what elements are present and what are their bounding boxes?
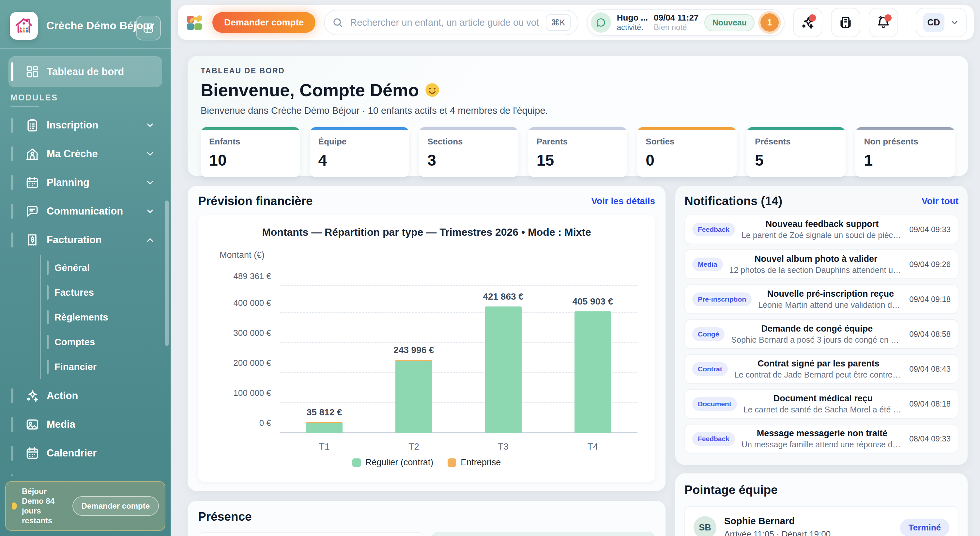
stat-card-enfants[interactable]: Enfants10 (200, 127, 300, 177)
notification-title: Nouveau feedback support (766, 219, 879, 230)
page-subtitle: Bienvenue dans Crèche Démo Béjour · 10 e… (200, 105, 955, 116)
sidebar-item-rapport[interactable]: Rapport (8, 468, 162, 476)
request-account-button[interactable]: Demander compte (212, 12, 315, 33)
establishment-button[interactable] (831, 8, 860, 37)
sidebar-item-inscription[interactable]: Inscription (8, 112, 162, 139)
stat-value: 10 (209, 151, 292, 169)
puzzle-icon[interactable] (185, 13, 204, 32)
y-tick-label: 300 000 € (233, 328, 271, 338)
notification-title: Contrat signé par les parents (757, 358, 880, 369)
sidebar-item-planning[interactable]: Planning (8, 169, 162, 196)
sidebar-scrollbar-thumb[interactable] (165, 200, 169, 346)
notification-description: Le contrat de Jade Bernard peut être con… (734, 369, 903, 380)
x-tick-label: T4 (587, 441, 598, 452)
sidebar-subitem-général[interactable]: Général (41, 255, 162, 280)
chat-bubble-icon (591, 13, 611, 33)
sidebar-item-media[interactable]: Media (8, 411, 162, 438)
activity-widget[interactable]: Hugo ... activité. 09/04 11:27 Bien noté… (587, 9, 784, 36)
sidebar-collapse-button[interactable] (136, 16, 161, 40)
financial-forecast-panel: Prévision financière Voir les détails Mo… (188, 186, 665, 491)
subitem-accent-bar (47, 260, 49, 275)
notification-card[interactable]: CongéDemande de congé équipeSophie Berna… (684, 319, 958, 349)
stat-value: 4 (318, 151, 401, 169)
search-input[interactable] (350, 17, 539, 28)
notification-description: Un message famille attend une réponse de… (741, 439, 903, 450)
legend-swatch (448, 458, 456, 467)
notification-badge: Contrat (692, 362, 728, 376)
activity-datetime-sub: Bien noté (654, 23, 698, 32)
notification-title: Nouvelle pré-inscription reçue (767, 288, 894, 300)
notification-time: 09/04 09:26 (909, 260, 951, 269)
sidebar-subitem-financier[interactable]: Financier (41, 354, 162, 379)
sidebar-item-tableau-de-bord[interactable]: Tableau de bord (8, 56, 162, 87)
sidebar-item-calendrier[interactable]: Calendrier (8, 440, 162, 466)
topbar: Demander compte ⌘K Hugo ... activité. 09… (178, 5, 974, 40)
stat-accent-bar (528, 127, 628, 130)
sidebar-subitem-factures[interactable]: Factures (41, 280, 162, 305)
presence-panel: Présence (188, 501, 665, 536)
notification-time: 09/04 08:43 (909, 365, 951, 374)
chart-y-axis-label: Montant (€) (220, 250, 641, 260)
dashboard-grid-icon (25, 65, 40, 79)
sidebar-item-facturation[interactable]: Facturation (8, 227, 162, 253)
notification-time: 09/04 08:58 (909, 330, 951, 339)
sidebar-item-label: Facturation (47, 234, 138, 246)
nav-accent-bar (11, 175, 13, 190)
search-bar[interactable]: ⌘K (324, 10, 578, 35)
avatar: SB (694, 516, 716, 536)
notifications-button[interactable] (869, 8, 898, 37)
notification-card[interactable]: FeedbackMessage messagerie non traitéUn … (684, 424, 958, 454)
chart-bar-slot-t4: 405 903 €T4 (548, 286, 638, 433)
notification-title: Message messagerie non traité (757, 428, 888, 439)
stat-value: 15 (537, 151, 619, 169)
stat-accent-bar (855, 127, 955, 130)
stat-card-sorties[interactable]: Sorties0 (637, 127, 737, 177)
see-all-link[interactable]: Voir tout (922, 196, 958, 206)
stat-card-sections[interactable]: Sections3 (419, 127, 519, 177)
nav-accent-bar (11, 204, 13, 219)
chart-plot-area: 0 €100 000 €200 000 €300 000 €400 000 €4… (280, 286, 638, 433)
notification-card[interactable]: MediaNouvel album photo à valider12 phot… (684, 249, 958, 279)
ai-actions-button[interactable] (793, 8, 822, 37)
panel-title: Présence (198, 510, 655, 523)
account-menu[interactable]: CD (916, 8, 967, 37)
legend-item: Régulier (contrat) (352, 457, 434, 468)
stats-row: Enfants10Équipe4Sections3Parents15Sortie… (200, 127, 955, 177)
stat-card-présents[interactable]: Présents5 (746, 127, 846, 177)
subitem-accent-bar (47, 335, 49, 349)
clocking-row[interactable]: SBSophie BernardArrivée 11:05 · Départ 1… (684, 506, 958, 536)
notification-card[interactable]: ContratContrat signé par les parentsLe c… (684, 354, 958, 384)
sidebar-item-label: Ma Crèche (47, 148, 138, 160)
notification-description: Léonie Martin attend une validation du d… (758, 300, 903, 310)
stat-card-équipe[interactable]: Équipe4 (310, 127, 409, 177)
sidebar-item-communication[interactable]: Communication (8, 198, 162, 225)
stat-card-non-présents[interactable]: Non présents1 (855, 127, 955, 177)
app-logo (10, 12, 38, 40)
request-account-button-sidebar[interactable]: Demander compte (72, 496, 159, 516)
y-tick-label: 400 000 € (233, 298, 271, 308)
sidebar-subitem-comptes[interactable]: Comptes (41, 330, 162, 354)
active-indicator (11, 62, 13, 81)
bar-value-label: 243 996 € (393, 345, 434, 355)
nav-accent-bar (11, 474, 13, 476)
breadcrumb: TABLEAU DE BORD (200, 67, 955, 75)
sidebar-item-label: Media (47, 419, 155, 430)
stat-accent-bar (200, 127, 300, 130)
notification-card[interactable]: DocumentDocument médical reçuLe carnet d… (684, 389, 958, 419)
sidebar-subitem-label: Financier (54, 362, 97, 372)
notification-card[interactable]: Pre-inscriptionNouvelle pré-inscription … (684, 284, 958, 314)
panel-title: Pointage équipe (684, 483, 958, 497)
sidebar-subitem-règlements[interactable]: Règlements (41, 305, 162, 330)
chart-bars: 35 812 €T1243 996 €T2421 863 €T3405 903 … (280, 286, 638, 433)
sidebar-item-ma-crèche[interactable]: Ma Crèche (8, 141, 162, 167)
new-badge: Nouveau (704, 14, 754, 31)
stat-value: 0 (646, 151, 728, 169)
sidebar-item-action[interactable]: Action (8, 382, 162, 409)
see-details-link[interactable]: Voir les détails (591, 196, 655, 206)
image-icon (25, 417, 40, 432)
notification-card[interactable]: FeedbackNouveau feedback supportLe paren… (684, 214, 958, 244)
stat-card-parents[interactable]: Parents15 (528, 127, 628, 177)
bar-t1 (306, 422, 342, 433)
bar-t2 (395, 360, 432, 433)
nav-accent-bar (11, 146, 13, 162)
